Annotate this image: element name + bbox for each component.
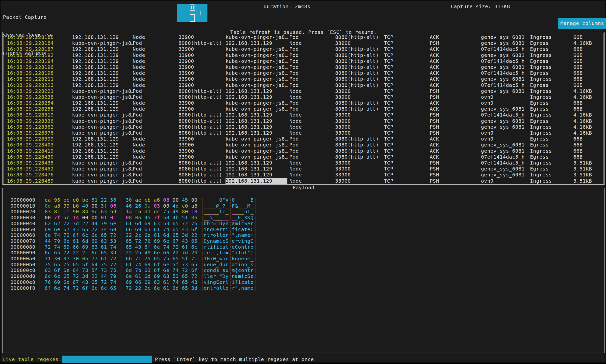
cell-time[interactable]: 16:08:29.228254 bbox=[7, 100, 72, 106]
table-row[interactable]: 16:08:29.228238kube-ovn-pinger-js8…Pod80… bbox=[4, 94, 603, 100]
cell-destination_port[interactable]: 8080(http-alt) bbox=[335, 70, 384, 76]
cell-destination_port[interactable]: 33900 bbox=[335, 160, 384, 166]
cell-size[interactable]: 66B bbox=[573, 58, 603, 64]
cell-destination_port[interactable]: 33900 bbox=[335, 88, 384, 94]
cell-source_type[interactable]: Node bbox=[133, 52, 178, 58]
cell-protocol[interactable]: TCP bbox=[384, 52, 430, 58]
table-row[interactable]: 16:08:29.228362kube-ovn-pinger-js8…Pod80… bbox=[4, 124, 603, 130]
table-row[interactable]: 16:08:29.228194192.168.131.129Node33900k… bbox=[4, 58, 603, 64]
table-row[interactable]: 16:08:29.228198192.168.131.129Node33900k… bbox=[4, 70, 603, 76]
table-row[interactable]: 16:08:29.228489kube-ovn-pinger-js8…Pod80… bbox=[4, 178, 603, 184]
cell-source[interactable]: kube-ovn-pinger-js8… bbox=[72, 124, 133, 130]
cell-direction[interactable]: Egress bbox=[530, 118, 573, 124]
cell-flags[interactable]: ACK bbox=[430, 142, 481, 148]
cell-destination_port[interactable]: 33900 bbox=[335, 118, 384, 124]
cell-flags[interactable]: ACK bbox=[430, 154, 481, 160]
cell-size[interactable]: 4.16KB bbox=[573, 112, 603, 118]
cell-source_port[interactable]: 33900 bbox=[178, 148, 226, 154]
cell-time[interactable]: 16:08:29.228213 bbox=[7, 82, 72, 88]
cell-protocol[interactable]: TCP bbox=[384, 124, 430, 130]
cell-protocol[interactable]: TCP bbox=[384, 46, 430, 52]
cell-protocol[interactable]: TCP bbox=[384, 136, 430, 142]
cell-protocol[interactable]: TCP bbox=[384, 94, 430, 100]
cell-destination_type[interactable]: Pod bbox=[289, 34, 335, 40]
cell-direction[interactable]: Ingress bbox=[530, 130, 573, 136]
table-row[interactable]: 16:08:29.228319kube-ovn-pinger-js8…Pod80… bbox=[4, 112, 603, 118]
cell-source[interactable]: kube-ovn-pinger-js8… bbox=[72, 94, 133, 100]
cell-destination_type[interactable]: Node bbox=[289, 94, 335, 100]
cell-time[interactable]: 16:08:29.228362 bbox=[7, 124, 72, 130]
cell-destination_port[interactable]: 8080(http-alt) bbox=[335, 136, 384, 142]
cell-time[interactable]: 16:08:29.228192 bbox=[7, 52, 72, 58]
cell-direction[interactable]: Egress bbox=[530, 40, 573, 46]
cell-source_type[interactable]: Pod bbox=[133, 172, 178, 178]
cell-destination[interactable]: kube-ovn-pinger-js8… bbox=[226, 70, 289, 76]
cell-direction[interactable]: Ingress bbox=[530, 34, 573, 40]
cell-source_port[interactable]: 33900 bbox=[178, 82, 226, 88]
cell-destination_type[interactable]: Pod bbox=[289, 82, 335, 88]
cell-size[interactable]: 66B bbox=[573, 64, 603, 70]
cell-destination_port[interactable]: 8080(http-alt) bbox=[335, 52, 384, 58]
cell-direction[interactable]: Egress bbox=[530, 154, 573, 160]
cell-interface[interactable]: 07ef1414dac5_h bbox=[481, 160, 530, 166]
cell-source_port[interactable]: 8080(http-alt) bbox=[178, 178, 226, 184]
cell-size[interactable]: 4.16KB bbox=[573, 130, 603, 136]
cell-destination[interactable]: kube-ovn-pinger-js8… bbox=[226, 136, 289, 142]
cell-size[interactable]: 66B bbox=[573, 52, 603, 58]
cell-interface[interactable]: 07ef1414dac5_h bbox=[481, 70, 530, 76]
cell-source[interactable]: kube-ovn-pinger-js8… bbox=[72, 178, 133, 184]
cell-source_port[interactable]: 8080(http-alt) bbox=[178, 88, 226, 94]
cell-destination_type[interactable]: Pod bbox=[289, 70, 335, 76]
cell-source_type[interactable]: Node bbox=[133, 142, 178, 148]
cell-protocol[interactable]: TCP bbox=[384, 142, 430, 148]
cell-destination_port[interactable]: 8080(http-alt) bbox=[335, 58, 384, 64]
cell-protocol[interactable]: TCP bbox=[384, 112, 430, 118]
cell-source_type[interactable]: Pod bbox=[133, 130, 178, 136]
cell-source[interactable]: 192.168.131.129 bbox=[72, 154, 133, 160]
cell-destination[interactable]: kube-ovn-pinger-js8… bbox=[226, 142, 289, 148]
cell-source_port[interactable]: 33900 bbox=[178, 52, 226, 58]
cell-source_port[interactable]: 8080(http-alt) bbox=[178, 160, 226, 166]
cell-destination_port[interactable]: 33900 bbox=[335, 94, 384, 100]
table-row[interactable]: 16:08:29.228403192.168.131.129Node33900k… bbox=[4, 142, 603, 148]
cell-source_port[interactable]: 33900 bbox=[178, 76, 226, 82]
cell-size[interactable]: 3.51KB bbox=[573, 160, 603, 166]
cell-destination[interactable]: 192.168.131.129 bbox=[226, 166, 289, 172]
cell-destination[interactable]: kube-ovn-pinger-js8… bbox=[226, 100, 289, 106]
cell-destination_type[interactable]: Node bbox=[289, 112, 335, 118]
cell-source_type[interactable]: Node bbox=[133, 148, 178, 154]
cell-flags[interactable]: ACK bbox=[430, 34, 481, 40]
cell-interface[interactable]: genev_sys_6081 bbox=[481, 148, 530, 154]
cell-size[interactable]: 3.51KB bbox=[573, 172, 603, 178]
cell-protocol[interactable]: TCP bbox=[384, 34, 430, 40]
cell-protocol[interactable]: TCP bbox=[384, 172, 430, 178]
cell-destination[interactable]: kube-ovn-pinger-js8… bbox=[226, 76, 289, 82]
cell-size[interactable]: 3.51KB bbox=[573, 166, 603, 172]
cell-size[interactable]: 66B bbox=[573, 136, 603, 142]
cell-time[interactable]: 16:08:29.228198 bbox=[7, 70, 72, 76]
cell-flags[interactable]: ACK bbox=[430, 46, 481, 52]
cell-time[interactable]: 16:08:29.228221 bbox=[7, 88, 72, 94]
cell-source[interactable]: 192.168.131.129 bbox=[72, 142, 133, 148]
cell-protocol[interactable]: TCP bbox=[384, 160, 430, 166]
cell-interface[interactable]: 07ef1414dac5_h bbox=[481, 112, 530, 118]
cell-flags[interactable]: PSH bbox=[430, 172, 481, 178]
cell-size[interactable]: 66B bbox=[573, 70, 603, 76]
cell-direction[interactable]: Ingress bbox=[530, 76, 573, 82]
cell-source_type[interactable]: Pod bbox=[133, 118, 178, 124]
cell-size[interactable]: 66B bbox=[573, 46, 603, 52]
cell-source_type[interactable]: Pod bbox=[133, 112, 178, 118]
cell-protocol[interactable]: TCP bbox=[384, 58, 430, 64]
cell-destination_port[interactable]: 8080(http-alt) bbox=[335, 82, 384, 88]
cell-flags[interactable]: PSH bbox=[430, 130, 481, 136]
cell-destination_type[interactable]: Pod bbox=[289, 148, 335, 154]
table-row[interactable]: 16:08:29.228435kube-ovn-pinger-js8…Pod80… bbox=[4, 160, 603, 166]
cell-interface[interactable]: ovn0 bbox=[481, 178, 530, 184]
cell-destination_type[interactable]: Pod bbox=[289, 76, 335, 82]
table-row[interactable]: 16:08:29.228452kube-ovn-pinger-js8…Pod80… bbox=[4, 166, 603, 172]
table-row[interactable]: 16:08:29.228336kube-ovn-pinger-js8…Pod80… bbox=[4, 118, 603, 124]
cell-source_port[interactable]: 33900 bbox=[178, 106, 226, 112]
cell-destination_port[interactable]: 33900 bbox=[335, 124, 384, 130]
table-row[interactable]: 16:08:29.228419192.168.131.129Node33900k… bbox=[4, 148, 603, 154]
cell-destination_type[interactable]: Pod bbox=[289, 136, 335, 142]
